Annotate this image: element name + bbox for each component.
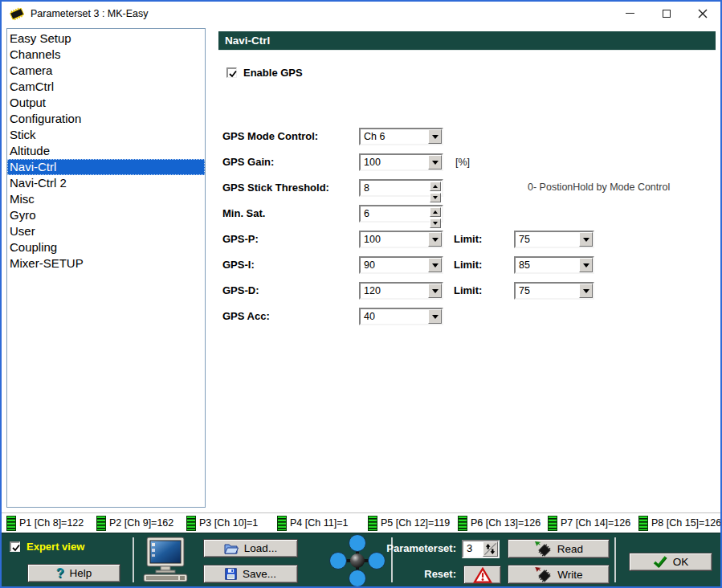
led-bar-icon bbox=[186, 516, 196, 531]
sidebar-item-camera[interactable]: Camera bbox=[7, 63, 205, 79]
status-text: P5 [Ch 12]=119 bbox=[381, 517, 450, 529]
status-item-p5: P5 [Ch 12]=119 bbox=[368, 515, 450, 531]
gps-stick-threshold-spin[interactable]: 8 bbox=[359, 179, 443, 197]
spin-value: 8 bbox=[364, 182, 369, 194]
form-row-gps-mode-control: GPS Mode Control: Ch 6 bbox=[2, 128, 720, 145]
min-sat-spin[interactable]: 6 bbox=[359, 205, 443, 223]
led-bar-icon bbox=[277, 516, 287, 531]
chevron-down-icon[interactable] bbox=[579, 284, 593, 298]
chevron-down-icon[interactable] bbox=[579, 232, 593, 247]
gps-i-limit-combo[interactable]: 85 bbox=[514, 256, 594, 274]
sidebar-item-easy-setup[interactable]: Easy Setup bbox=[7, 31, 205, 47]
spin-updown-button[interactable] bbox=[483, 541, 498, 557]
checkmark-icon bbox=[11, 543, 21, 553]
combo-value: 100 bbox=[364, 156, 381, 169]
chevron-down-icon[interactable] bbox=[428, 232, 442, 247]
status-item-p8: P8 [Ch 15]=126 bbox=[638, 515, 721, 531]
gps-gain-combo[interactable]: 100 bbox=[359, 153, 443, 171]
parameterset-spinner[interactable]: 3 bbox=[462, 540, 500, 558]
save-button-label: Save... bbox=[243, 568, 276, 580]
gps-acc-label: GPS Acc: bbox=[222, 308, 270, 325]
maximize-icon bbox=[663, 10, 671, 18]
status-item-p7: P7 [Ch 14]=126 bbox=[548, 515, 630, 531]
question-mark-icon: ? bbox=[56, 566, 64, 581]
led-bar-icon bbox=[548, 516, 557, 531]
gps-p-combo[interactable]: 100 bbox=[359, 231, 443, 248]
expert-view-label: Expert view bbox=[27, 541, 84, 553]
led-bar-icon bbox=[638, 516, 648, 531]
gps-acc-combo[interactable]: 40 bbox=[359, 308, 443, 325]
chip-icon bbox=[8, 6, 26, 21]
form-row-gps-d: GPS-D: 120 Limit: 75 bbox=[2, 282, 720, 300]
chevron-down-icon[interactable] bbox=[579, 258, 593, 272]
reset-label: Reset: bbox=[395, 566, 456, 583]
combo-value: 40 bbox=[364, 310, 375, 323]
combo-value: 75 bbox=[519, 284, 530, 297]
read-button-label: Read bbox=[557, 543, 583, 555]
sidebar-item-channels[interactable]: Channels bbox=[7, 47, 205, 63]
sidebar-item-camctrl[interactable]: CamCtrl bbox=[7, 79, 205, 95]
chevron-down-icon[interactable] bbox=[428, 309, 442, 324]
led-bar-icon bbox=[96, 516, 106, 531]
ok-button-label: OK bbox=[673, 556, 689, 568]
spin-up-button[interactable] bbox=[430, 182, 441, 191]
computer-icon bbox=[143, 537, 188, 583]
load-button[interactable]: Load... bbox=[203, 539, 298, 557]
help-button[interactable]: ? Help bbox=[27, 564, 120, 582]
load-button-label: Load... bbox=[244, 542, 277, 554]
combo-value: 75 bbox=[519, 233, 530, 246]
status-text: P1 [Ch 8]=122 bbox=[19, 517, 84, 529]
status-item-p1: P1 [Ch 8]=122 bbox=[6, 515, 84, 531]
gps-i-combo[interactable]: 90 bbox=[359, 256, 443, 274]
spin-down-button[interactable] bbox=[430, 193, 441, 202]
chevron-down-icon[interactable] bbox=[428, 284, 442, 298]
chevron-down-icon[interactable] bbox=[428, 129, 442, 144]
close-icon bbox=[698, 9, 708, 18]
gps-mode-control-combo[interactable]: Ch 6 bbox=[359, 128, 443, 145]
ok-button[interactable]: OK bbox=[629, 553, 712, 571]
gps-d-limit-combo[interactable]: 75 bbox=[514, 282, 594, 300]
form-row-gps-i: GPS-I: 90 Limit: 85 bbox=[2, 256, 720, 274]
sidebar-item-configuration[interactable]: Configuration bbox=[7, 111, 205, 127]
minimize-icon bbox=[626, 13, 634, 14]
warning-icon bbox=[473, 567, 492, 583]
combo-value: 120 bbox=[364, 284, 381, 297]
status-text: P2 [Ch 9]=162 bbox=[109, 517, 173, 529]
spin-down-button[interactable] bbox=[430, 218, 441, 228]
led-bar-icon bbox=[368, 516, 377, 531]
gps-i-limit-label: Limit: bbox=[454, 256, 482, 274]
sidebar-item-output[interactable]: Output bbox=[7, 95, 205, 111]
minimize-button[interactable] bbox=[612, 2, 648, 25]
status-item-p2: P2 [Ch 9]=162 bbox=[96, 515, 173, 531]
window-title: Parameterset 3 : MK-Easy bbox=[31, 8, 149, 19]
expert-view-checkbox[interactable]: Expert view bbox=[10, 541, 84, 553]
status-text: P4 [Ch 11]=1 bbox=[290, 517, 348, 529]
save-button[interactable]: Save... bbox=[203, 565, 298, 583]
chevron-down-icon[interactable] bbox=[428, 258, 442, 272]
open-folder-icon bbox=[224, 543, 239, 554]
gps-p-label: GPS-P: bbox=[222, 231, 259, 248]
checkmark-icon bbox=[228, 69, 238, 79]
gps-d-combo[interactable]: 120 bbox=[359, 282, 443, 300]
spin-updown-icon bbox=[483, 542, 497, 556]
checkbox-box[interactable] bbox=[226, 67, 237, 78]
checkbox-box[interactable] bbox=[10, 541, 20, 552]
enable-gps-checkbox[interactable]: Enable GPS bbox=[226, 67, 303, 79]
gps-stick-threshold-note: 0- PostionHold by Mode Control bbox=[528, 181, 672, 194]
chevron-down-icon[interactable] bbox=[428, 155, 442, 169]
write-button[interactable]: Write bbox=[508, 565, 610, 584]
reset-button[interactable] bbox=[463, 566, 501, 584]
maximize-button[interactable] bbox=[648, 2, 684, 25]
close-button[interactable] bbox=[684, 2, 720, 25]
status-text: P3 [Ch 10]=1 bbox=[199, 517, 258, 529]
read-button[interactable]: Read bbox=[508, 539, 610, 558]
status-item-p4: P4 [Ch 11]=1 bbox=[277, 515, 348, 531]
status-item-p3: P3 [Ch 10]=1 bbox=[186, 515, 258, 531]
write-button-label: Write bbox=[557, 569, 582, 581]
floppy-disk-icon bbox=[225, 568, 237, 580]
gps-stick-threshold-label: GPS Stick Threshold: bbox=[222, 179, 329, 197]
title-bar: Parameterset 3 : MK-Easy bbox=[2, 2, 720, 25]
read-chip-icon bbox=[534, 541, 552, 557]
spin-up-button[interactable] bbox=[430, 207, 441, 217]
gps-p-limit-combo[interactable]: 75 bbox=[514, 231, 594, 248]
